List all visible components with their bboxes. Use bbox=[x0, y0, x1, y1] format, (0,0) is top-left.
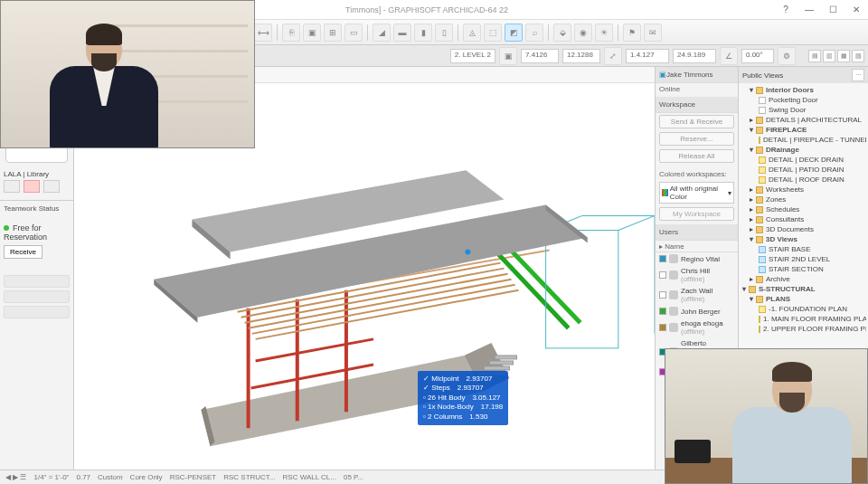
coord-2-field[interactable]: 24.9.189 bbox=[673, 49, 716, 63]
tree-folder[interactable]: ▾PLANS bbox=[741, 294, 866, 304]
svg-line-25 bbox=[618, 215, 655, 230]
tree-folder[interactable]: ▾S-STRUCTURAL bbox=[741, 284, 866, 294]
sb-zoom[interactable]: 0.77 bbox=[76, 473, 90, 481]
sb-struct[interactable]: RSC STRUCT... bbox=[223, 473, 275, 481]
tree-item[interactable]: ▸Consultants bbox=[741, 214, 866, 224]
field-y[interactable]: 12.1288 bbox=[562, 49, 600, 63]
tool-render-icon[interactable]: ◉ bbox=[574, 24, 592, 42]
tree-item[interactable]: -1. FOUNDATION PLAN bbox=[741, 304, 866, 314]
user-row[interactable]: Chris Hill(offline) bbox=[656, 265, 738, 285]
colored-ws-label: Colored workspaces: bbox=[656, 168, 738, 180]
teamwork-header: Teamwork Status bbox=[4, 204, 70, 221]
view-tree: ▾Interior Doors Pocketing Door Swing Doo… bbox=[739, 83, 868, 336]
tool-team-icon[interactable]: ⚑ bbox=[623, 24, 641, 42]
tool-sun-icon[interactable]: ☀ bbox=[595, 24, 613, 42]
coord-1-field[interactable]: 1.4.127 bbox=[626, 49, 669, 63]
property-slider[interactable] bbox=[4, 306, 70, 318]
tree-item[interactable]: DETAIL | PATIO DRAIN bbox=[741, 165, 866, 175]
svg-rect-31 bbox=[495, 356, 516, 359]
tree-folder[interactable]: ▾3D Views bbox=[741, 234, 866, 244]
tree-item[interactable]: ▸Schedules bbox=[741, 204, 866, 214]
minimize-icon[interactable]: — bbox=[801, 4, 817, 16]
nav-publish-icon[interactable]: ▧ bbox=[852, 50, 864, 62]
send-receive-button[interactable]: Send & Receive bbox=[659, 115, 734, 128]
tool-find-icon[interactable]: ⌕ bbox=[525, 24, 543, 42]
sb-penset[interactable]: RSC-PENSET bbox=[170, 473, 217, 481]
sb-core[interactable]: Core Only bbox=[130, 473, 163, 481]
tool-dim-icon[interactable]: ⟷ bbox=[254, 24, 272, 42]
tree-item[interactable]: DETAIL | DECK DRAIN bbox=[741, 155, 866, 165]
tree-folder[interactable]: ▾FIREPLACE bbox=[741, 125, 866, 135]
tree-item[interactable]: 1. MAIN FLOOR FRAMING PLAN bbox=[741, 314, 866, 324]
camera-icon[interactable]: ▣ bbox=[499, 47, 517, 65]
tool-swatch[interactable] bbox=[43, 180, 60, 193]
field-x[interactable]: 7.4126 bbox=[521, 49, 559, 63]
svg-rect-23 bbox=[546, 231, 618, 348]
tool-beam-icon[interactable]: ▬ bbox=[393, 24, 411, 42]
help-icon[interactable]: ? bbox=[778, 4, 794, 16]
gear-icon[interactable]: ⚙ bbox=[778, 47, 796, 65]
tool-wall-icon[interactable]: ▯ bbox=[435, 24, 453, 42]
tree-item[interactable]: ▸Zones bbox=[741, 195, 866, 204]
tree-item[interactable]: 2. UPPER FLOOR FRAMING PLAN bbox=[741, 324, 866, 334]
maximize-icon[interactable]: ☐ bbox=[825, 4, 841, 16]
svg-line-21 bbox=[487, 243, 568, 328]
nav-layout-icon[interactable]: ▦ bbox=[837, 50, 850, 62]
teamwork-status: Free for Reservation bbox=[4, 223, 70, 242]
tree-item[interactable]: DETAIL | ROOF DRAIN bbox=[741, 175, 866, 185]
sb-scale[interactable]: 1/4" = 1'-0" bbox=[33, 473, 69, 481]
tool-col-icon[interactable]: ▮ bbox=[414, 24, 432, 42]
nav-view-icon[interactable]: ▥ bbox=[823, 50, 835, 62]
my-workspace-button[interactable]: My Workspace bbox=[659, 207, 734, 221]
tree-item[interactable]: DETAIL | FIREPLACE - TUNNEL bbox=[741, 135, 866, 145]
tree-item[interactable]: ▸3D Documents bbox=[741, 224, 866, 234]
tree-folder[interactable]: ▾DRainage bbox=[741, 145, 866, 155]
tree-folder[interactable]: ▾Interior Doors bbox=[741, 85, 866, 95]
tool-roof-icon[interactable]: ◢ bbox=[373, 24, 391, 42]
tool-delete[interactable] bbox=[24, 180, 40, 193]
sb-p05[interactable]: 05 P... bbox=[344, 473, 363, 481]
tree-item[interactable]: STAIR BASE bbox=[741, 244, 866, 254]
sb-wall[interactable]: RSC WALL CL... bbox=[283, 473, 336, 481]
receive-button[interactable]: Receive bbox=[4, 245, 42, 259]
tree-item[interactable]: Pocketing Door bbox=[741, 95, 866, 105]
tool-link-icon[interactable]: ⎘ bbox=[282, 24, 300, 42]
close-icon[interactable]: ✕ bbox=[848, 4, 864, 16]
tool-sel-icon[interactable]: ◩ bbox=[505, 24, 523, 42]
property-slider[interactable] bbox=[4, 290, 70, 303]
tree-item[interactable]: ▸DETAILS | ARCHITECTURAL bbox=[741, 115, 866, 125]
angle-field[interactable]: 0.00° bbox=[741, 49, 774, 63]
angle-icon[interactable]: ∠ bbox=[720, 47, 738, 65]
release-button[interactable]: Release All bbox=[659, 149, 734, 163]
tree-item[interactable]: STAIR SECTION bbox=[741, 264, 866, 274]
tool-cube-icon[interactable]: ▣ bbox=[303, 24, 321, 42]
user-row[interactable]: ehoga ehoga(offline) bbox=[656, 318, 738, 337]
tree-item[interactable]: Swing Door bbox=[741, 105, 866, 115]
level-selector[interactable]: 2. LEVEL 2 bbox=[450, 49, 495, 63]
tool-msg-icon[interactable]: ✉ bbox=[644, 24, 662, 42]
tree-item[interactable]: ▸Archive bbox=[741, 274, 866, 284]
users-header: Users bbox=[659, 228, 678, 236]
tool-zone-icon[interactable]: ⬚ bbox=[484, 24, 502, 42]
user-row[interactable]: Zach Wall(offline) bbox=[656, 285, 738, 305]
tool-sect-icon[interactable]: ⊞ bbox=[324, 24, 342, 42]
tool-slab-icon[interactable]: ▭ bbox=[344, 24, 363, 42]
user-row[interactable]: Regino Vital bbox=[656, 252, 738, 265]
svg-rect-29 bbox=[484, 366, 509, 370]
user-row[interactable]: John Berger bbox=[656, 305, 738, 318]
property-slider[interactable] bbox=[4, 275, 70, 288]
sb-nav[interactable]: ◀ ▶ ☰ bbox=[5, 473, 26, 481]
nav-opts-icon[interactable]: ⋯ bbox=[852, 69, 864, 81]
sb-custom[interactable]: Custom bbox=[98, 473, 123, 481]
nav-project-icon[interactable]: ▤ bbox=[808, 50, 821, 62]
svg-point-37 bbox=[465, 250, 470, 255]
workspace-color-dropdown[interactable]: All with original Color▾ bbox=[659, 182, 734, 204]
scale-icon[interactable]: ⤢ bbox=[604, 47, 622, 65]
tool-swatch[interactable] bbox=[4, 180, 20, 193]
tree-item[interactable]: ▸Worksheets bbox=[741, 185, 866, 195]
tool-3d-icon[interactable]: ⬙ bbox=[553, 24, 571, 42]
reserve-button[interactable]: Reserve... bbox=[659, 132, 734, 146]
online-status: Online bbox=[656, 83, 738, 95]
tree-item[interactable]: STAIR 2ND LEVEL bbox=[741, 254, 866, 264]
tool-mesh-icon[interactable]: ◬ bbox=[463, 24, 481, 42]
